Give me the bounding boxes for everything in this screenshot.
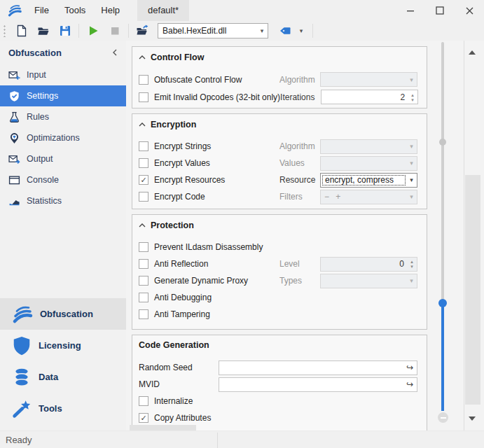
encrypt-resources-checkbox[interactable]: ✓: [139, 175, 148, 185]
open-project-button[interactable]: [34, 22, 53, 39]
sidebar-item-statistics[interactable]: Statistics: [0, 190, 126, 211]
setting-row: Anti Debugging: [132, 289, 427, 306]
encrypt-values-checkbox[interactable]: [139, 158, 148, 168]
checkbox-label: Encrypt Strings: [154, 141, 279, 151]
field-label: Filters: [279, 192, 320, 202]
collapse-chevron-icon[interactable]: [139, 223, 146, 227]
new-project-button[interactable]: [12, 22, 31, 39]
output-icon: [8, 153, 20, 165]
horizontal-scrollbar-thumb[interactable]: [130, 425, 196, 430]
minimize-button[interactable]: [396, 0, 425, 21]
menu-tools[interactable]: Tools: [57, 0, 93, 21]
sidebar-item-label: Statistics: [27, 196, 62, 206]
run-obfuscation-button[interactable]: [83, 22, 102, 39]
app-logo-icon: [7, 3, 22, 18]
scroll-up-arrow-icon[interactable]: [469, 47, 476, 55]
section-code-generation: Code Generation Random Seed ↪ MVID ↪ Int: [132, 335, 427, 430]
nav-item-tools[interactable]: Tools: [0, 393, 126, 424]
maximize-button[interactable]: [425, 0, 455, 21]
scroll-down-arrow-icon[interactable]: [469, 416, 476, 424]
generate-dynamic-proxy-checkbox[interactable]: [139, 276, 148, 286]
anti-reflection-checkbox[interactable]: [139, 259, 148, 269]
stop-button[interactable]: [105, 22, 124, 39]
iterations-spinner[interactable]: 2 ▴▾: [321, 90, 418, 104]
settings-shield-icon: [8, 90, 20, 102]
anti-debugging-checkbox[interactable]: [139, 293, 148, 302]
mvid-input[interactable]: ↪: [219, 377, 417, 392]
prevent-ildasm-checkbox[interactable]: [139, 242, 148, 252]
minus-icon: [441, 417, 446, 419]
sidebar-item-output[interactable]: Output: [0, 148, 126, 169]
toolbar-grip[interactable]: [3, 24, 6, 37]
obfuscate-control-flow-checkbox[interactable]: [139, 75, 148, 85]
tag-button[interactable]: [275, 22, 294, 39]
section-encryption: Encryption Encrypt Strings Algorithm ▾ E…: [132, 113, 427, 209]
checkbox-label: Anti Reflection: [154, 259, 279, 269]
nav-item-obfuscation[interactable]: Obfuscation: [0, 298, 126, 330]
setting-row: Obfuscate Control Flow Algorithm ▾: [132, 71, 427, 88]
toolbar-separator: [312, 24, 313, 38]
titlebar: File Tools Help default*: [0, 0, 484, 21]
strings-algorithm-dropdown[interactable]: ▾: [320, 139, 417, 154]
spin-down-icon[interactable]: ▾: [410, 264, 413, 269]
level-spinner[interactable]: 0 ▴▾: [320, 257, 417, 272]
sidebar-item-rules[interactable]: Rules: [0, 106, 126, 127]
internalize-checkbox[interactable]: [139, 396, 148, 406]
sidebar-item-console[interactable]: Console: [0, 169, 126, 190]
menu-file[interactable]: File: [27, 0, 57, 21]
data-database-icon: [11, 367, 32, 388]
random-seed-input[interactable]: ↪: [219, 360, 417, 375]
zoom-slider-handle[interactable]: [438, 299, 447, 307]
copy-attributes-checkbox[interactable]: ✓: [139, 413, 148, 423]
zoom-slider-fill: [441, 303, 444, 411]
anti-tampering-checkbox[interactable]: [139, 309, 148, 319]
spin-up-icon[interactable]: ▴: [411, 92, 414, 97]
field-label: MVID: [139, 379, 219, 389]
setting-row: Encrypt Values Values ▾: [132, 155, 427, 172]
assembly-combobox[interactable]: Babel.HexEdit.dll ▾: [158, 23, 268, 38]
section-title: Encryption: [151, 120, 196, 130]
collapse-chevron-icon[interactable]: [139, 55, 146, 59]
sidebar-item-input[interactable]: Input: [0, 64, 126, 85]
spin-down-icon[interactable]: ▾: [411, 97, 414, 102]
vertical-scrollbar-thumb[interactable]: [465, 175, 480, 405]
spin-up-icon[interactable]: ▴: [410, 259, 413, 264]
export-button[interactable]: [133, 22, 152, 39]
resource-combobox[interactable]: encrypt, compress ▾: [320, 173, 417, 188]
sidebar: Obfuscation Input Settings Rules Optimiz…: [0, 41, 126, 430]
zoom-out-button[interactable]: [438, 412, 448, 423]
caret-down-icon: ▾: [406, 76, 417, 83]
sidebar-collapse-button[interactable]: [112, 49, 118, 56]
types-dropdown[interactable]: ▾: [320, 274, 417, 288]
sidebar-header: Obfuscation: [0, 41, 126, 64]
checkbox-label: Obfuscate Control Flow: [154, 75, 279, 85]
values-dropdown[interactable]: ▾: [320, 156, 417, 171]
scrollbar-separator: [464, 41, 464, 430]
filters-dropdown[interactable]: − + ▾: [320, 190, 417, 204]
field-label: Level: [279, 259, 320, 269]
regenerate-icon[interactable]: ↪: [406, 379, 417, 389]
regenerate-icon[interactable]: ↪: [406, 363, 417, 372]
nav-item-licensing[interactable]: Licensing: [0, 330, 126, 361]
algorithm-dropdown[interactable]: ▾: [320, 72, 417, 87]
encrypt-code-checkbox[interactable]: [139, 192, 148, 202]
sidebar-item-optimizations[interactable]: Optimizations: [0, 127, 126, 148]
checkbox-label: Encrypt Code: [154, 192, 279, 202]
menu-help[interactable]: Help: [93, 0, 127, 21]
close-button[interactable]: [455, 0, 484, 21]
sidebar-item-label: Console: [27, 175, 59, 185]
sidebar-item-settings[interactable]: Settings: [0, 85, 126, 106]
collapse-chevron-icon[interactable]: [139, 122, 146, 127]
section-title: Code Generation: [139, 340, 209, 350]
save-project-button[interactable]: [55, 22, 74, 39]
encrypt-strings-checkbox[interactable]: [139, 141, 148, 151]
document-tab[interactable]: default*: [137, 0, 189, 21]
tag-dropdown-caret-icon[interactable]: ▾: [296, 27, 307, 34]
nav-item-label: Obfuscation: [40, 309, 93, 319]
section-title: Control Flow: [151, 52, 204, 62]
input-icon: [8, 69, 20, 81]
nav-item-data[interactable]: Data: [0, 361, 126, 393]
emit-invalid-opcodes-checkbox[interactable]: [139, 92, 148, 102]
checkbox-label: Encrypt Values: [154, 158, 279, 168]
export-folder-icon: [136, 24, 149, 37]
